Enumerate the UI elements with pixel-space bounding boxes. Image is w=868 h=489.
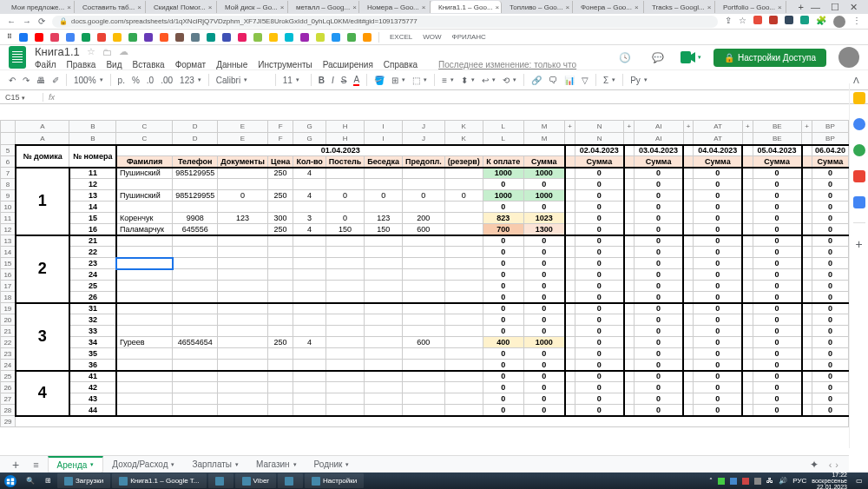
cell[interactable] [326, 382, 365, 393]
cell[interactable] [293, 292, 326, 303]
cell[interactable] [218, 224, 268, 235]
column-header[interactable] [683, 133, 694, 145]
cell[interactable]: 150 [326, 224, 365, 235]
cell-topay[interactable]: 0 [483, 371, 523, 382]
sheet-tab[interactable]: Доход/Расход [103, 456, 183, 473]
halign-icon[interactable]: ≡ [442, 76, 454, 85]
cell-sum[interactable]: 0 [812, 326, 848, 337]
cell[interactable] [402, 326, 444, 337]
cell[interactable] [218, 247, 268, 258]
cell-topay[interactable]: 0 [483, 179, 523, 190]
bookmark-icon[interactable] [347, 33, 356, 42]
cell-sum[interactable]: 0 [635, 371, 684, 382]
cell[interactable] [365, 348, 403, 360]
cell-sum[interactable]: 0 [575, 269, 624, 281]
cell[interactable] [326, 202, 365, 213]
cell-sum[interactable]: 0 [575, 247, 624, 258]
column-header[interactable]: C [116, 133, 173, 145]
column-header[interactable]: F [267, 121, 293, 133]
cell[interactable] [218, 258, 268, 269]
cell-sum[interactable]: 0 [523, 348, 564, 360]
cell[interactable]: Гуреев [116, 337, 173, 348]
new-tab-button[interactable]: + [793, 2, 809, 12]
cell[interactable]: Пушинский [116, 168, 173, 179]
cell[interactable] [402, 179, 444, 190]
cell[interactable]: 250 [267, 337, 293, 348]
cell-sum[interactable]: 0 [694, 269, 743, 281]
cell-sum[interactable]: 0 [575, 258, 624, 269]
cell-sum[interactable]: 0 [812, 303, 848, 314]
cell-sum[interactable]: 0 [523, 247, 564, 258]
cell-sum[interactable]: 0 [753, 371, 802, 382]
cell-sum[interactable]: 0 [635, 269, 684, 281]
cell-sum[interactable]: 0 [635, 393, 684, 405]
cell-sum[interactable]: 0 [753, 281, 802, 292]
cell-sum[interactable]: 0 [523, 281, 564, 292]
column-header[interactable]: G [293, 121, 326, 133]
browser-tab[interactable]: Мои предложе...× [3, 1, 75, 13]
cloud-icon[interactable]: ☁ [119, 46, 128, 57]
cell-sum[interactable]: 0 [812, 382, 848, 393]
bookmark-folder[interactable]: EXCEL [390, 33, 412, 41]
cell-sum[interactable]: 0 [812, 235, 848, 247]
cell-topay[interactable]: 0 [483, 247, 523, 258]
cell[interactable] [267, 303, 293, 314]
cell-sum[interactable]: 0 [575, 190, 624, 202]
filter-icon[interactable]: ▽ [582, 76, 589, 85]
cell-sum[interactable]: 0 [635, 360, 684, 371]
cell-sum[interactable]: 0 [523, 303, 564, 314]
taskbar-item[interactable]: Загрузки [57, 473, 110, 488]
cell[interactable] [173, 393, 218, 405]
cell-sum[interactable]: 0 [753, 224, 802, 235]
cell[interactable] [173, 303, 218, 314]
row-header[interactable]: 19 [1, 303, 16, 314]
account-avatar[interactable] [838, 47, 859, 68]
cell-sum[interactable]: 0 [635, 202, 684, 213]
minimize-icon[interactable]: — [811, 2, 820, 13]
cell[interactable] [267, 281, 293, 292]
cell-topay[interactable]: 0 [483, 235, 523, 247]
cell-topay[interactable]: 0 [483, 202, 523, 213]
row-header[interactable]: 9 [1, 190, 16, 202]
sheets-logo-icon[interactable] [9, 46, 26, 69]
cell[interactable] [293, 371, 326, 382]
bookmark-icon[interactable] [191, 33, 200, 42]
cell[interactable] [116, 360, 173, 371]
cell[interactable] [293, 360, 326, 371]
cell-sum[interactable]: 0 [694, 393, 743, 405]
cell-sum[interactable]: 0 [635, 168, 684, 179]
bold-icon[interactable]: B [319, 76, 325, 85]
column-header[interactable] [742, 133, 753, 145]
cell-sum[interactable]: 0 [635, 247, 684, 258]
column-header[interactable]: AT [694, 121, 743, 133]
cell[interactable] [402, 202, 444, 213]
strike-icon[interactable]: S [341, 76, 347, 85]
cell-sum[interactable]: 0 [523, 393, 564, 405]
row-header[interactable]: 29 [1, 416, 16, 427]
cell[interactable] [444, 337, 483, 348]
cell[interactable] [444, 326, 483, 337]
cell[interactable] [116, 202, 173, 213]
menu-item[interactable]: Правка [67, 60, 96, 69]
cell-sum[interactable]: 0 [635, 224, 684, 235]
cell-sum[interactable]: 0 [753, 292, 802, 303]
bookmark-icon[interactable] [253, 33, 262, 42]
bookmark-icon[interactable] [332, 33, 340, 42]
functions-icon[interactable]: Σ [603, 76, 615, 85]
cell-sum[interactable]: 0 [753, 235, 802, 247]
cell[interactable] [293, 281, 326, 292]
column-header[interactable]: K [444, 133, 483, 145]
row-header[interactable]: 23 [1, 348, 16, 360]
cell[interactable] [365, 168, 403, 179]
share-icon[interactable]: ⇪ [725, 16, 732, 28]
cell[interactable] [218, 371, 268, 382]
cell-sum[interactable]: 0 [753, 393, 802, 405]
tray-icon[interactable] [742, 478, 749, 485]
cell[interactable] [402, 168, 444, 179]
cell[interactable] [402, 292, 444, 303]
bookmark-icon[interactable] [113, 33, 122, 42]
cell[interactable] [218, 303, 268, 314]
cell[interactable] [116, 314, 173, 326]
doc-title[interactable]: Книга1.1 [35, 45, 80, 58]
cell-topay[interactable]: 700 [483, 224, 523, 235]
